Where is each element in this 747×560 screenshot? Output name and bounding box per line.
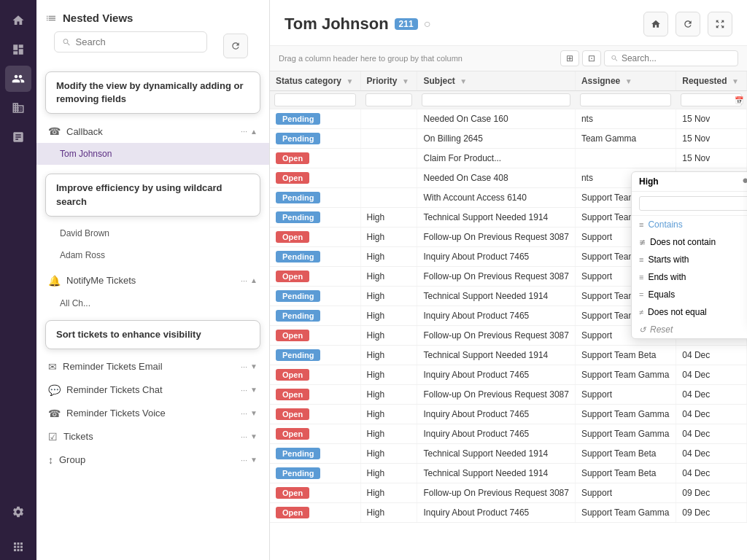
cell-priority-14: High bbox=[360, 385, 417, 405]
th-priority: Priority ▼ bbox=[360, 71, 417, 91]
main-search-input[interactable] bbox=[622, 53, 732, 63]
sidebar-item-allch[interactable]: All Ch... bbox=[36, 292, 269, 314]
nav-building-icon[interactable] bbox=[5, 95, 31, 121]
reminder-chat-dots[interactable]: ··· bbox=[241, 386, 247, 394]
nav-settings-icon[interactable] bbox=[5, 499, 31, 525]
cell-status-19: Open bbox=[270, 483, 360, 503]
sidebar-item-reminder-voice[interactable]: ☎ Reminder Tickets Voice ··· ▼ bbox=[36, 402, 269, 425]
tickets-dots[interactable]: ··· bbox=[241, 432, 247, 441]
cell-priority-6: High bbox=[360, 228, 417, 247]
cell-status-9: Pending bbox=[270, 287, 360, 306]
status-check-icon: ○ bbox=[424, 18, 431, 31]
filter-option-ends-with[interactable]: ≡ Ends with bbox=[632, 268, 747, 286]
sidebar-search-input[interactable] bbox=[76, 36, 199, 47]
david-brown-label: David Brown bbox=[60, 228, 109, 238]
filter-option-equals[interactable]: = Equals bbox=[632, 286, 747, 303]
assignee-filter-icon[interactable]: ▼ bbox=[625, 77, 632, 85]
status-badge-4: Pending bbox=[276, 192, 320, 203]
cell-requested-18: 04 Dec bbox=[676, 464, 747, 483]
filter-search-icon bbox=[742, 177, 747, 186]
requested-calendar-icon[interactable]: 📅 bbox=[735, 96, 743, 104]
th-status: Status category ▼ bbox=[270, 71, 360, 91]
main-content: Tom Johnson 211 ○ Drag a column header h… bbox=[270, 0, 747, 560]
home-button[interactable] bbox=[643, 12, 668, 36]
filter-option-starts-with[interactable]: ≡ Starts with bbox=[632, 251, 747, 268]
filter-option-not-contains[interactable]: ≢ Does not contain bbox=[632, 233, 747, 251]
filter-search-input[interactable] bbox=[639, 196, 747, 211]
sidebar-item-notifyme-actions: ··· ▲ bbox=[241, 276, 258, 285]
column-chooser-icon[interactable]: ⊡ bbox=[582, 50, 601, 66]
status-search-input[interactable] bbox=[274, 93, 356, 106]
notifyme-dots[interactable]: ··· bbox=[241, 276, 247, 285]
status-badge-7: Pending bbox=[276, 251, 320, 262]
search-icon bbox=[62, 37, 71, 47]
group-chevron[interactable]: ▼ bbox=[250, 456, 258, 464]
cell-subject-13: Inquiry About Product 7465 bbox=[417, 365, 575, 385]
cell-priority-0 bbox=[360, 109, 417, 129]
filter-option-not-equals[interactable]: ≠ Does not equal bbox=[632, 303, 747, 321]
sidebar-refresh-button[interactable] bbox=[223, 34, 248, 58]
callback-dots[interactable]: ··· bbox=[241, 127, 247, 136]
nav-home-icon[interactable] bbox=[5, 7, 31, 34]
nav-dashboard-icon[interactable] bbox=[5, 36, 31, 63]
cell-requested-1: 15 Nov bbox=[676, 129, 747, 149]
cell-priority-8: High bbox=[360, 267, 417, 287]
main-title-text: Tom Johnson bbox=[285, 15, 389, 34]
table-header-row: Status category ▼ Priority ▼ Subject ▼ A… bbox=[270, 71, 747, 91]
requested-filter-icon[interactable]: ▼ bbox=[732, 77, 739, 85]
sidebar-item-reminder-chat[interactable]: 💬 Reminder Tickets Chat ··· ▼ bbox=[36, 378, 269, 402]
reminder-chat-chevron[interactable]: ▼ bbox=[250, 386, 258, 394]
table-row: Pending High Technical Support Needed 19… bbox=[270, 464, 747, 483]
requested-search-input[interactable] bbox=[681, 93, 742, 106]
tickets-chevron[interactable]: ▼ bbox=[250, 432, 258, 440]
sidebar-item-tickets[interactable]: ☑ Tickets ··· ▼ bbox=[36, 425, 269, 448]
sidebar-item-group[interactable]: ↕ Group ··· ▼ bbox=[36, 448, 269, 472]
cell-priority-20: High bbox=[360, 503, 417, 523]
filter-dropdown[interactable]: High ≡ Contains ≢ Does not contain ≡ Sta… bbox=[631, 171, 747, 339]
sidebar-item-group-label: Group bbox=[59, 454, 241, 465]
notifyme-chevron[interactable]: ▲ bbox=[250, 276, 258, 284]
sidebar-item-adam-ross[interactable]: Adam Ross bbox=[36, 244, 269, 266]
assignee-search-input[interactable] bbox=[580, 93, 671, 106]
status-filter-icon[interactable]: ▼ bbox=[346, 77, 353, 85]
nav-users-icon[interactable] bbox=[5, 66, 31, 92]
main-search-toolbar[interactable] bbox=[604, 50, 738, 66]
cell-priority-18: High bbox=[360, 464, 417, 483]
cell-status-6: Open bbox=[270, 228, 360, 247]
cell-status-2: Open bbox=[270, 149, 360, 168]
sidebar-item-reminder-email-label: Reminder Tickets Email bbox=[63, 361, 241, 372]
cell-status-18: Pending bbox=[270, 464, 360, 483]
status-badge-14: Open bbox=[276, 389, 309, 400]
sidebar-item-david-brown[interactable]: David Brown bbox=[36, 222, 269, 244]
sidebar-item-tom-johnson[interactable]: Tom Johnson bbox=[36, 143, 269, 165]
sidebar-item-reminder-email[interactable]: ✉ Reminder Tickets Email ··· ▼ bbox=[36, 355, 269, 378]
sidebar-item-callback[interactable]: ☎ Callback ··· ▲ bbox=[36, 120, 269, 143]
group-dots[interactable]: ··· bbox=[241, 456, 247, 464]
sidebar-search-bar[interactable] bbox=[54, 31, 207, 52]
cell-priority-19: High bbox=[360, 483, 417, 503]
priority-search-input[interactable] bbox=[365, 93, 413, 106]
sidebar-item-notifyme[interactable]: 🔔 NotifyMe Tickets ··· ▲ bbox=[36, 269, 269, 292]
view-toggle-icon[interactable]: ⊞ bbox=[560, 50, 579, 66]
cell-subject-16: Inquiry About Product 7465 bbox=[417, 424, 575, 444]
reminder-voice-dots[interactable]: ··· bbox=[241, 409, 247, 418]
callback-chevron[interactable]: ▲ bbox=[250, 128, 258, 136]
filter-option-reset[interactable]: ↺ Reset bbox=[632, 321, 747, 338]
subject-search-input[interactable] bbox=[422, 93, 570, 106]
collapse-button[interactable] bbox=[708, 12, 732, 36]
filter-option-ends-with-label: Ends with bbox=[648, 272, 686, 282]
nav-chart-icon[interactable] bbox=[5, 124, 31, 150]
reminder-email-dots[interactable]: ··· bbox=[241, 362, 247, 371]
filter-option-contains[interactable]: ≡ Contains bbox=[632, 216, 747, 233]
cell-requested-0: 15 Nov bbox=[676, 109, 747, 129]
nav-menu-icon[interactable] bbox=[5, 534, 31, 560]
reminder-voice-chevron[interactable]: ▼ bbox=[250, 409, 258, 417]
reminder-chat-icon: 💬 bbox=[48, 384, 61, 396]
filter-search-container[interactable] bbox=[632, 192, 747, 216]
subject-filter-icon[interactable]: ▼ bbox=[460, 77, 467, 85]
refresh-button[interactable] bbox=[676, 12, 700, 36]
cell-requested-2: 15 Nov bbox=[676, 149, 747, 168]
reminder-email-chevron[interactable]: ▼ bbox=[250, 362, 258, 370]
cell-status-17: Pending bbox=[270, 444, 360, 464]
priority-filter-icon[interactable]: ▼ bbox=[402, 77, 409, 85]
